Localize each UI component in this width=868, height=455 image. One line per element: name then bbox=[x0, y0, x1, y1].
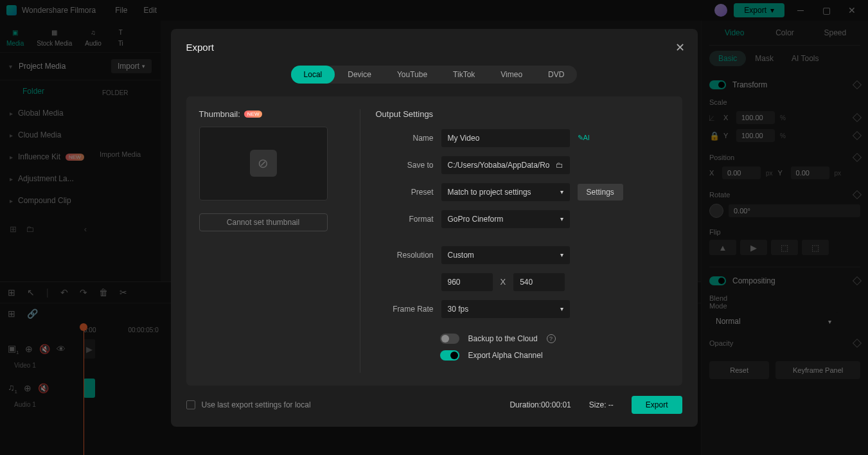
modal-overlay: Export ✕ Local Device YouTube TikTok Vim… bbox=[0, 0, 868, 455]
export-dialog: Export ✕ Local Device YouTube TikTok Vim… bbox=[171, 29, 698, 427]
framerate-label: Frame Rate bbox=[376, 305, 434, 314]
browse-folder-icon[interactable]: 🗀 bbox=[556, 161, 563, 170]
framerate-select[interactable]: 30 fps ▾ bbox=[441, 300, 570, 318]
duration-info: Duration:00:00:01 bbox=[509, 400, 571, 409]
new-badge: NEW bbox=[244, 111, 263, 118]
saveto-label: Save to bbox=[376, 161, 434, 170]
preset-value: Match to project settings bbox=[448, 188, 531, 197]
use-last-label: Use last export settings for local bbox=[202, 400, 311, 409]
format-select[interactable]: GoPro Cineform ▾ bbox=[441, 210, 570, 228]
format-value: GoPro Cineform bbox=[448, 215, 504, 224]
tab-device[interactable]: Device bbox=[335, 66, 384, 84]
resolution-value: Custom bbox=[448, 251, 474, 260]
resolution-width-input[interactable] bbox=[441, 273, 493, 291]
info-icon[interactable]: ? bbox=[547, 334, 556, 343]
tab-vimeo[interactable]: Vimeo bbox=[488, 66, 535, 84]
export-tabset: Local Device YouTube TikTok Vimeo DVD bbox=[291, 66, 578, 84]
x-separator: X bbox=[500, 277, 506, 287]
thumbnail-section: Thumbnail: NEW ⊘ Cannot set thumbnail bbox=[199, 109, 341, 373]
use-last-checkbox[interactable] bbox=[186, 400, 195, 409]
tab-dvd[interactable]: DVD bbox=[535, 66, 577, 84]
settings-button[interactable]: Settings bbox=[578, 184, 623, 201]
no-thumbnail-icon: ⊘ bbox=[250, 150, 277, 177]
format-label: Format bbox=[376, 215, 434, 224]
backup-label: Backup to the Cloud bbox=[468, 334, 538, 343]
resolution-label: Resolution bbox=[376, 251, 434, 260]
saveto-value: C:/Users/Yobaba/AppData/Ro bbox=[448, 161, 550, 170]
resolution-height-input[interactable] bbox=[513, 273, 565, 291]
framerate-value: 30 fps bbox=[448, 305, 469, 314]
tab-youtube[interactable]: YouTube bbox=[384, 66, 440, 84]
chevron-down-icon: ▾ bbox=[560, 305, 563, 312]
cannot-set-thumbnail-button: Cannot set thumbnail bbox=[199, 213, 328, 231]
alpha-channel-toggle[interactable] bbox=[440, 350, 459, 361]
chevron-down-icon: ▾ bbox=[560, 215, 563, 222]
preset-label: Preset bbox=[376, 188, 434, 197]
close-button[interactable]: ✕ bbox=[675, 40, 685, 55]
chevron-down-icon: ▾ bbox=[560, 251, 563, 258]
ai-edit-icon[interactable]: ✎AI bbox=[578, 134, 590, 142]
name-label: Name bbox=[376, 134, 434, 143]
chevron-down-icon: ▾ bbox=[560, 188, 563, 195]
alpha-label: Export Alpha Channel bbox=[468, 351, 543, 360]
backup-cloud-toggle[interactable] bbox=[440, 334, 459, 344]
size-info: Size: -- bbox=[589, 400, 614, 409]
export-action-button[interactable]: Export bbox=[632, 396, 682, 414]
thumbnail-preview[interactable]: ⊘ bbox=[199, 127, 328, 201]
tab-tiktok[interactable]: TikTok bbox=[440, 66, 488, 84]
output-settings-label: Output Settings bbox=[376, 109, 669, 119]
name-input[interactable] bbox=[441, 129, 570, 147]
thumbnail-label: Thumbnail: bbox=[199, 109, 240, 119]
tab-local[interactable]: Local bbox=[291, 66, 335, 84]
preset-select[interactable]: Match to project settings ▾ bbox=[441, 183, 570, 201]
output-settings-section: Output Settings Name ✎AI Save to C:/User… bbox=[360, 109, 669, 373]
resolution-select[interactable]: Custom ▾ bbox=[441, 246, 570, 264]
dialog-title: Export bbox=[186, 42, 682, 53]
